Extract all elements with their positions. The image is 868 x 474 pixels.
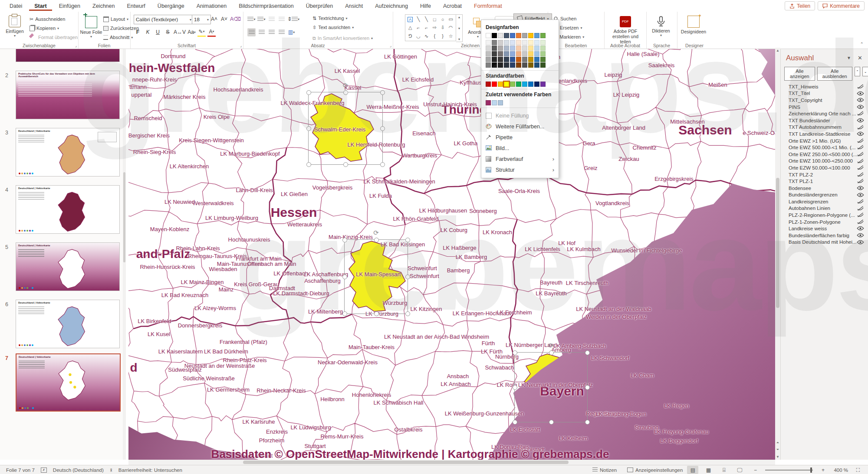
eye-slash-icon[interactable] <box>857 172 864 177</box>
selection-pane-item[interactable]: Orte EZW 50.000-<100.000 <box>781 164 868 171</box>
character-spacing-button[interactable]: A↔V <box>174 28 186 36</box>
design-variant-swatch[interactable] <box>498 40 503 45</box>
resize-handle[interactable] <box>380 90 385 95</box>
resize-handle[interactable] <box>380 126 385 131</box>
resize-handle[interactable] <box>306 90 311 95</box>
comments-button[interactable]: Kommentare <box>818 1 865 10</box>
design-variant-swatch[interactable] <box>510 40 515 45</box>
resize-handle[interactable] <box>405 238 410 242</box>
eye-icon[interactable] <box>857 131 864 136</box>
menu-item-keine-füllung[interactable]: Keine Füllung <box>486 110 554 121</box>
selection-pane-item[interactable]: TXT PLZ-1 <box>781 178 868 185</box>
resize-handle[interactable] <box>405 311 410 316</box>
resize-handle[interactable] <box>342 311 347 316</box>
scroll-down-arrow[interactable]: ▼ <box>775 455 780 459</box>
design-variant-swatch[interactable] <box>516 51 521 56</box>
selection-pane-item[interactable]: PLZ-1-Zonen-Polygone <box>781 219 868 226</box>
resize-handle[interactable] <box>585 350 590 355</box>
text-direction-button[interactable]: ⇅ Textrichtung ▾ <box>312 14 348 22</box>
selection-pane-item[interactable]: TXT_Hinweis <box>781 83 868 90</box>
design-color-swatch[interactable] <box>498 33 503 38</box>
standard-color-swatch[interactable] <box>522 82 527 87</box>
design-variant-swatch[interactable] <box>510 51 515 56</box>
tab-formformat[interactable]: Formformat <box>469 1 507 11</box>
design-color-swatch[interactable] <box>492 33 497 38</box>
selection-pane-item[interactable]: PLZ-2-Regionen-Polygone (... <box>781 212 868 219</box>
reading-view-button[interactable]: ⌹ <box>718 466 730 474</box>
design-variant-swatch[interactable] <box>504 51 509 56</box>
dictate-button[interactable]: Diktieren ▾ <box>649 14 673 37</box>
selection-pane-item[interactable]: Orte EWZ 100.000-<250.000 <box>781 158 868 165</box>
tab-datei[interactable]: Datei <box>4 1 27 11</box>
design-variant-swatch[interactable] <box>522 40 527 45</box>
design-variant-swatch[interactable] <box>534 51 539 56</box>
resize-handle[interactable] <box>374 238 379 242</box>
selection-pane-item[interactable]: Bundesländergrenzen <box>781 192 868 199</box>
design-variant-swatch[interactable] <box>528 46 533 51</box>
design-variant-swatch[interactable] <box>522 46 527 51</box>
spellcheck-icon[interactable]: ✗ <box>41 467 47 473</box>
design-variant-swatch[interactable] <box>510 62 515 68</box>
selection-pane-item[interactable]: TXT_Titel <box>781 90 868 97</box>
eye-icon[interactable] <box>857 91 864 96</box>
selection-pane-item[interactable]: Zeichenerklärung Orte nach ... <box>781 110 868 117</box>
move-up-button[interactable]: ⌃ <box>855 67 861 76</box>
selection-pane-item[interactable]: Bundesländerflächen farbig <box>781 232 868 239</box>
selection-pane-item[interactable]: Orte EWZ 500.000-<1 Mio. (... <box>781 144 868 151</box>
slide-number-indicator[interactable]: Folie 7 von 7 <box>6 467 35 473</box>
decrease-indent-button[interactable] <box>267 15 276 23</box>
slide-thumbnail-1[interactable] <box>16 49 120 62</box>
design-variant-swatch[interactable] <box>492 62 497 68</box>
layout-button[interactable]: Layout ▾ <box>103 15 128 23</box>
slide-editing-area[interactable]: hein-WestfalenHessenThüringenSachsenBaye… <box>128 48 775 460</box>
selection-pane-item[interactable]: TXT Bundesländer <box>781 117 868 124</box>
tab-zeichnen[interactable]: Zeichnen <box>87 1 120 11</box>
move-down-button[interactable]: ⌄ <box>862 67 868 76</box>
adobe-pdf-button[interactable]: PDF Adobe PDF erstellen und teilen <box>609 14 641 44</box>
eye-icon[interactable] <box>857 226 864 231</box>
collapse-ribbon-button[interactable]: ⌃ <box>860 42 864 46</box>
eye-slash-icon[interactable] <box>857 111 864 116</box>
standard-color-swatch[interactable] <box>510 82 515 87</box>
tab-einfügen[interactable]: Einfügen <box>54 1 85 11</box>
design-variant-swatch[interactable] <box>516 40 521 45</box>
tab-animationen[interactable]: Animationen <box>191 1 232 11</box>
eye-slash-icon[interactable] <box>857 152 864 157</box>
eye-icon[interactable] <box>857 118 864 123</box>
selection-pane-item[interactable]: Autobahnen Linien <box>781 205 868 212</box>
shape-selection-box[interactable]: ⟳ <box>514 352 588 422</box>
italic-button[interactable]: K <box>144 28 152 36</box>
design-variant-swatch[interactable] <box>486 51 491 56</box>
new-slide-button[interactable]: Neue Folie ▾ <box>79 14 103 39</box>
shape-selection-box[interactable]: ⟳ <box>308 92 383 165</box>
slideshow-view-button[interactable]: 🖵 <box>734 466 745 474</box>
align-right-button[interactable] <box>267 28 276 36</box>
horizontal-scrollbar[interactable] <box>128 460 775 465</box>
recent-color-swatch[interactable] <box>486 100 491 105</box>
next-slide-button[interactable]: ⏷ <box>775 448 780 452</box>
design-variant-swatch[interactable] <box>534 57 539 62</box>
eye-slash-icon[interactable] <box>857 179 864 183</box>
line-spacing-button[interactable]: ⇕▾ <box>287 15 299 23</box>
font-size-combo[interactable]: 18▾ <box>192 15 211 24</box>
grow-font-button[interactable]: A˄ <box>210 15 218 23</box>
design-variant-swatch[interactable] <box>516 46 521 51</box>
rotate-handle-icon[interactable]: ⟳ <box>373 229 379 236</box>
slide-sorter-view-button[interactable]: ▦ <box>703 466 714 474</box>
standard-color-swatch[interactable] <box>528 82 533 87</box>
zoom-in-button[interactable]: + <box>817 466 829 474</box>
selection-pane-item[interactable]: Basis Deutschland mit Hohei... <box>781 239 868 246</box>
design-variant-swatch[interactable] <box>510 46 515 51</box>
design-variant-swatch[interactable] <box>486 46 491 51</box>
shape-selection-box[interactable]: ⟳ <box>344 239 408 314</box>
eye-slash-icon[interactable] <box>857 212 864 217</box>
slide-thumbnail-3[interactable]: Deutschland | Vektorkarte <box>16 128 120 177</box>
design-variant-swatch[interactable] <box>528 62 533 68</box>
selection-pane-item[interactable]: Orte EWZ >1 Mio. (UG) <box>781 137 868 144</box>
columns-button[interactable]: ▥▾ <box>287 28 296 36</box>
design-color-swatch[interactable] <box>540 33 546 38</box>
paragraph-dialog-launcher[interactable]: ⌟ <box>390 43 391 48</box>
resize-handle[interactable] <box>343 162 348 167</box>
resize-handle[interactable] <box>585 420 590 425</box>
design-variant-swatch[interactable] <box>528 51 533 56</box>
